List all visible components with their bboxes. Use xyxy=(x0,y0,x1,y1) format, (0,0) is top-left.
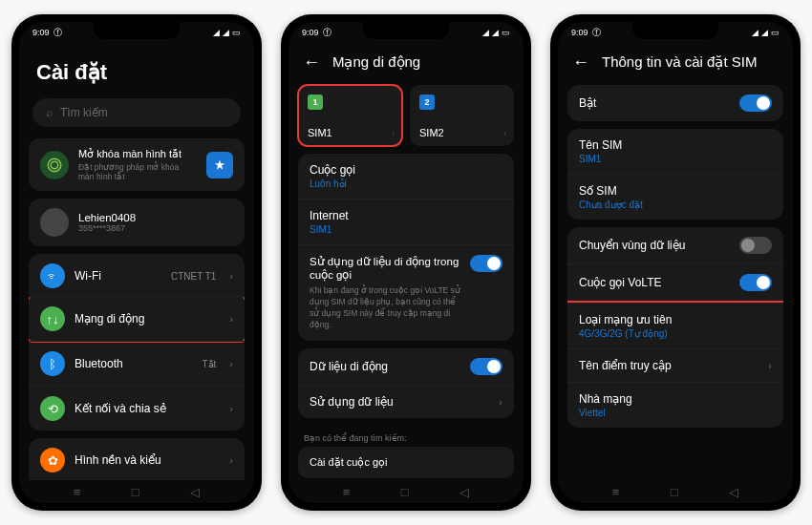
back-button[interactable]: ← xyxy=(302,52,321,72)
phone-2: 9:09ⓕ ◢◢▭ ←Mạng di động 1SIM1› 2SIM2› Cu… xyxy=(281,14,531,511)
svg-point-0 xyxy=(48,158,61,172)
bluetooth-row[interactable]: ᛒBluetoothTắt› xyxy=(29,341,245,386)
mobile-data-toggle[interactable] xyxy=(470,358,502,375)
carrier-label: Nhà mạng xyxy=(579,392,632,406)
user-phone: 355****3867 xyxy=(78,223,136,233)
mobile-network-row[interactable]: ↑↓Mạng di động› xyxy=(29,296,245,343)
connection-share-label: Kết nối và chia sẻ xyxy=(75,402,220,415)
sim-enable-toggle[interactable] xyxy=(739,94,772,112)
battery-icon: ▭ xyxy=(771,28,780,37)
suggestion-item[interactable]: Cài đặt cuộc gọi xyxy=(298,447,514,478)
nav-menu-icon[interactable]: ≡ xyxy=(343,485,351,499)
sim-name-row[interactable]: Tên SIMSIM1 xyxy=(567,129,783,174)
back-button[interactable]: ← xyxy=(571,52,590,72)
wifi-icon: ◢ xyxy=(492,28,499,37)
sim1-name: SIM1 xyxy=(308,127,393,138)
sim-enable-label: Bật xyxy=(579,96,596,110)
wallpaper-row[interactable]: ✿Hình nền và kiểu› xyxy=(29,438,245,480)
status-time: 9:09 xyxy=(302,28,319,37)
status-app-icon: ⓕ xyxy=(592,27,601,39)
chevron-right-icon: › xyxy=(768,360,772,371)
apn-label: Tên điểm truy cập xyxy=(579,359,672,372)
data-roaming-row[interactable]: Chuyển vùng dữ liệu xyxy=(567,227,783,263)
sim-name-value: SIM1 xyxy=(579,154,601,164)
status-app-icon: ⓕ xyxy=(323,27,331,39)
wallpaper-icon: ✿ xyxy=(40,448,65,472)
dual-data-toggle[interactable] xyxy=(470,255,502,272)
call-sim-row[interactable]: Cuộc gọiLuôn hỏi xyxy=(298,154,514,199)
chevron-right-icon: › xyxy=(229,313,233,325)
avatar xyxy=(40,208,69,237)
sim2-name: SIM2 xyxy=(419,127,504,138)
mobile-data-label: Dữ liệu di động xyxy=(310,360,388,373)
page-title: Mạng di động xyxy=(332,53,420,71)
apn-row[interactable]: Tên điểm truy cập› xyxy=(567,348,783,382)
volte-toggle[interactable] xyxy=(739,274,772,291)
data-usage-row[interactable]: Sử dụng dữ liệu› xyxy=(298,385,514,418)
nav-bar: ≡□◁ xyxy=(19,480,254,503)
suggestion-label: Cài đặt cuộc gọi xyxy=(310,456,388,468)
data-roaming-label: Chuyển vùng dữ liệu xyxy=(579,239,685,252)
wifi-row[interactable]: ᯤWi-FiCTNET T1› xyxy=(29,254,245,298)
sim-number-label: Số SIM xyxy=(579,184,617,198)
nav-back-icon[interactable]: ◁ xyxy=(729,485,738,499)
sim2-badge: 2 xyxy=(419,94,435,110)
chevron-right-icon: › xyxy=(503,129,506,138)
nav-back-icon[interactable]: ◁ xyxy=(190,485,200,499)
search-placeholder: Tìm kiếm xyxy=(60,106,108,119)
internet-sim-row[interactable]: InternetSIM1 xyxy=(298,199,514,244)
call-label: Cuộc gọi xyxy=(310,163,355,177)
wifi-icon: ◢ xyxy=(761,28,768,37)
promo-card[interactable]: Mở khóa màn hình tắtĐặt phương pháp mở k… xyxy=(29,138,245,191)
chevron-right-icon: › xyxy=(392,129,395,138)
notch xyxy=(363,22,449,39)
wifi-icon: ◢ xyxy=(223,28,229,37)
nav-home-icon[interactable]: □ xyxy=(401,485,409,499)
nav-bar: ≡□◁ xyxy=(558,480,793,503)
network-type-value: 4G/3G/2G (Tự động) xyxy=(579,328,668,339)
user-account-row[interactable]: Lehien0408355****3867 xyxy=(29,199,245,246)
mobile-network-label: Mạng di động xyxy=(75,312,220,326)
carrier-value: Viettel xyxy=(579,408,606,418)
nav-menu-icon[interactable]: ≡ xyxy=(612,485,620,499)
data-roaming-toggle[interactable] xyxy=(739,237,772,254)
signal-icon: ◢ xyxy=(213,28,220,37)
dual-data-desc: Khi bạn đang ở trong cuộc gọi VoLTE sử d… xyxy=(310,285,462,331)
connection-share-row[interactable]: ⟲Kết nối và chia sẻ› xyxy=(29,386,245,430)
notch xyxy=(94,22,180,39)
promo-title: Mở khóa màn hình tắt xyxy=(78,148,197,160)
wifi-label: Wi-Fi xyxy=(75,269,161,283)
sim2-card[interactable]: 2SIM2› xyxy=(410,85,514,146)
battery-icon: ▭ xyxy=(232,28,241,37)
nav-home-icon[interactable]: □ xyxy=(132,485,139,499)
sim1-card[interactable]: 1SIM1› xyxy=(298,85,402,146)
phone-3: 9:09ⓕ ◢◢▭ ←Thông tin và cài đặt SIM Bật … xyxy=(550,14,801,511)
chevron-right-icon: › xyxy=(229,358,233,369)
mobile-data-icon: ↑↓ xyxy=(40,306,65,331)
carrier-row[interactable]: Nhà mạngViettel xyxy=(567,382,783,428)
dual-data-label: Sử dụng dữ liệu di động trong cuộc gọi xyxy=(310,255,462,282)
sim-number-row[interactable]: Số SIMChưa được đặt xyxy=(567,174,783,220)
sim-enable-row[interactable]: Bật xyxy=(567,85,783,121)
user-name: Lehien0408 xyxy=(78,212,136,223)
promo-badge-icon xyxy=(206,152,233,178)
nav-menu-icon[interactable]: ≡ xyxy=(74,485,81,499)
search-input[interactable]: ⌕Tìm kiếm xyxy=(32,98,241,127)
nav-back-icon[interactable]: ◁ xyxy=(459,485,469,499)
svg-point-1 xyxy=(51,161,58,169)
bluetooth-value: Tắt xyxy=(202,359,216,369)
bluetooth-icon: ᛒ xyxy=(40,351,65,376)
page-title: Thông tin và cài đặt SIM xyxy=(602,53,757,71)
mobile-data-row[interactable]: Dữ liệu di động xyxy=(298,348,514,385)
status-app-icon: ⓕ xyxy=(53,27,62,39)
network-type-row[interactable]: Loại mạng ưu tiên4G/3G/2G (Tự động) xyxy=(567,303,783,348)
status-time: 9:09 xyxy=(571,28,588,37)
data-usage-label: Sử dụng dữ liệu xyxy=(310,395,394,409)
sim-number-value: Chưa được đặt xyxy=(579,200,643,210)
search-icon: ⌕ xyxy=(46,106,53,119)
volte-row[interactable]: Cuộc gọi VoLTE xyxy=(567,263,783,303)
nav-home-icon[interactable]: □ xyxy=(671,485,678,499)
internet-value: SIM1 xyxy=(310,224,331,235)
wallpaper-label: Hình nền và kiểu xyxy=(75,453,220,467)
chevron-right-icon: › xyxy=(499,396,502,408)
